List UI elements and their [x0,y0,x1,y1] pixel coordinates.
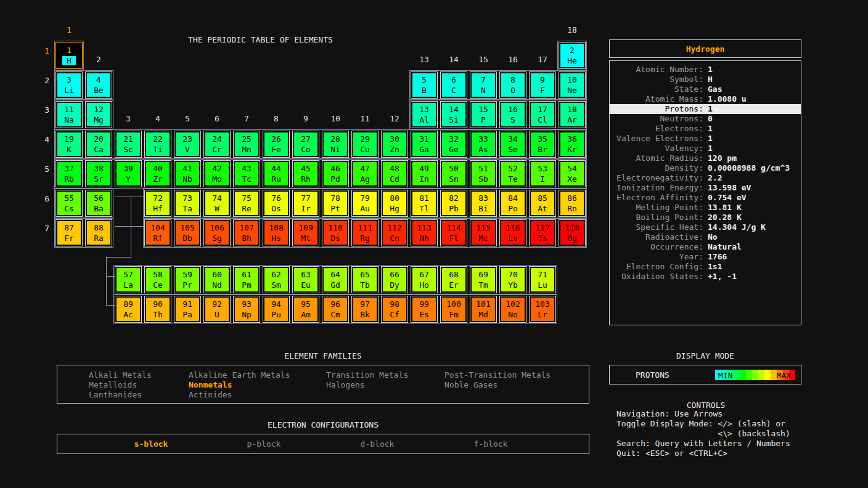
element-cell-Ac[interactable]: 89Ac [115,296,142,323]
element-cell-B[interactable]: 5B [411,71,438,99]
element-cell-Cs[interactable]: 55Cs [55,190,83,217]
element-cell-Fe[interactable]: 26Fe [263,131,290,158]
element-cell-Zr[interactable]: 40Zr [144,160,171,187]
element-cell-Bk[interactable]: 97Bk [351,296,379,323]
element-cell-Ba[interactable]: 56Ba [85,190,112,217]
element-cell-S[interactable]: 16S [499,101,526,128]
element-cell-Nd[interactable]: 60Nd [203,266,231,293]
element-cell-He[interactable]: 2He [559,42,586,69]
element-cell-Fr[interactable]: 87Fr [55,219,83,246]
element-cell-Co[interactable]: 27Co [292,131,319,158]
element-cell-K[interactable]: 19K [55,131,83,158]
element-cell-Cf[interactable]: 98Cf [381,296,408,323]
element-cell-Ho[interactable]: 67Ho [411,266,438,293]
element-cell-Tl[interactable]: 81Tl [411,190,438,217]
element-cell-Am[interactable]: 95Am [292,296,319,323]
element-cell-Al[interactable]: 13Al [411,101,438,128]
element-cell-Hs[interactable]: 108Hs [263,219,290,246]
element-cell-Mo[interactable]: 42Mo [203,160,231,187]
element-cell-La[interactable]: 57La [115,266,142,293]
element-cell-Pu[interactable]: 94Pu [263,296,290,323]
element-cell-V[interactable]: 23V [174,131,201,158]
element-cell-Ts[interactable]: 117Ts [529,219,556,246]
element-cell-Pd[interactable]: 46Pd [322,160,349,187]
element-cell-C[interactable]: 6C [440,71,467,99]
element-cell-Zn[interactable]: 30Zn [381,131,408,158]
element-cell-Np[interactable]: 93Np [233,296,260,323]
element-cell-Na[interactable]: 11Na [55,101,83,128]
element-cell-Nh[interactable]: 113Nh [411,219,438,246]
element-cell-Te[interactable]: 52Te [499,160,526,187]
element-cell-Og[interactable]: 118Og [559,219,586,246]
element-cell-Fl[interactable]: 114Fl [440,219,467,246]
element-cell-Cu[interactable]: 29Cu [351,131,379,158]
element-cell-Cm[interactable]: 96Cm [322,296,349,323]
element-cell-Eu[interactable]: 63Eu [292,266,319,293]
element-cell-Bi[interactable]: 83Bi [470,190,497,217]
element-cell-Hf[interactable]: 72Hf [144,190,171,217]
element-cell-No[interactable]: 102No [499,296,526,323]
element-cell-Pa[interactable]: 91Pa [174,296,201,323]
element-cell-Cn[interactable]: 112Cn [381,219,408,246]
element-cell-Li[interactable]: 3Li [55,71,83,99]
element-cell-Th[interactable]: 90Th [144,296,171,323]
element-cell-Hg[interactable]: 80Hg [381,190,408,217]
element-cell-Rf[interactable]: 104Rf [144,219,171,246]
element-cell-Ge[interactable]: 32Ge [440,131,467,158]
element-cell-Fm[interactable]: 100Fm [440,296,467,323]
element-cell-O[interactable]: 8O [499,71,526,99]
element-cell-Sg[interactable]: 106Sg [203,219,231,246]
element-cell-Xe[interactable]: 54Xe [559,160,586,187]
element-cell-F[interactable]: 9F [529,71,556,99]
element-cell-Sm[interactable]: 62Sm [263,266,290,293]
element-cell-Pr[interactable]: 59Pr [174,266,201,293]
element-cell-Mn[interactable]: 25Mn [233,131,260,158]
element-cell-Nb[interactable]: 41Nb [174,160,201,187]
element-cell-Dy[interactable]: 66Dy [381,266,408,293]
element-cell-Rh[interactable]: 45Rh [292,160,319,187]
element-cell-In[interactable]: 49In [411,160,438,187]
element-cell-Tm[interactable]: 69Tm [470,266,497,293]
element-cell-Rg[interactable]: 111Rg [351,219,379,246]
element-cell-Cd[interactable]: 48Cd [381,160,408,187]
element-cell-Re[interactable]: 75Re [233,190,260,217]
element-cell-Yb[interactable]: 70Yb [499,266,526,293]
element-cell-Se[interactable]: 34Se [499,131,526,158]
element-cell-Sr[interactable]: 38Sr [85,160,112,187]
element-cell-Ar[interactable]: 18Ar [559,101,586,128]
element-cell-N[interactable]: 7N [470,71,497,99]
element-cell-Ir[interactable]: 77Ir [292,190,319,217]
element-cell-Os[interactable]: 76Os [263,190,290,217]
element-cell-As[interactable]: 33As [470,131,497,158]
element-cell-Lu[interactable]: 71Lu [529,266,556,293]
element-cell-Mc[interactable]: 115Mc [470,219,497,246]
element-cell-P[interactable]: 15P [470,101,497,128]
element-cell-Mg[interactable]: 12Mg [85,101,112,128]
element-cell-Tc[interactable]: 43Tc [233,160,260,187]
element-cell-Ru[interactable]: 44Ru [263,160,290,187]
element-cell-Be[interactable]: 4Be [85,71,112,99]
element-cell-Ag[interactable]: 47Ag [351,160,379,187]
element-cell-Ca[interactable]: 20Ca [85,131,112,158]
element-cell-Au[interactable]: 79Au [351,190,379,217]
element-cell-Er[interactable]: 68Er [440,266,467,293]
element-cell-Pb[interactable]: 82Pb [440,190,467,217]
element-cell-Rb[interactable]: 37Rb [55,160,83,187]
element-cell-I[interactable]: 53I [529,160,556,187]
element-cell-Gd[interactable]: 64Gd [322,266,349,293]
element-cell-U[interactable]: 92U [203,296,231,323]
element-cell-Tb[interactable]: 65Tb [351,266,379,293]
element-cell-Pm[interactable]: 61Pm [233,266,260,293]
element-cell-Ra[interactable]: 88Ra [85,219,112,246]
element-cell-Sn[interactable]: 50Sn [440,160,467,187]
element-cell-Ce[interactable]: 58Ce [144,266,171,293]
element-cell-Ta[interactable]: 73Ta [174,190,201,217]
element-cell-Es[interactable]: 99Es [411,296,438,323]
element-cell-Y[interactable]: 39Y [115,160,142,187]
element-cell-Db[interactable]: 105Db [174,219,201,246]
element-cell-Sc[interactable]: 21Sc [115,131,142,158]
element-cell-H[interactable]: 1H [55,42,83,69]
element-cell-Po[interactable]: 84Po [499,190,526,217]
element-cell-Ga[interactable]: 31Ga [411,131,438,158]
element-cell-Lr[interactable]: 103Lr [529,296,556,323]
